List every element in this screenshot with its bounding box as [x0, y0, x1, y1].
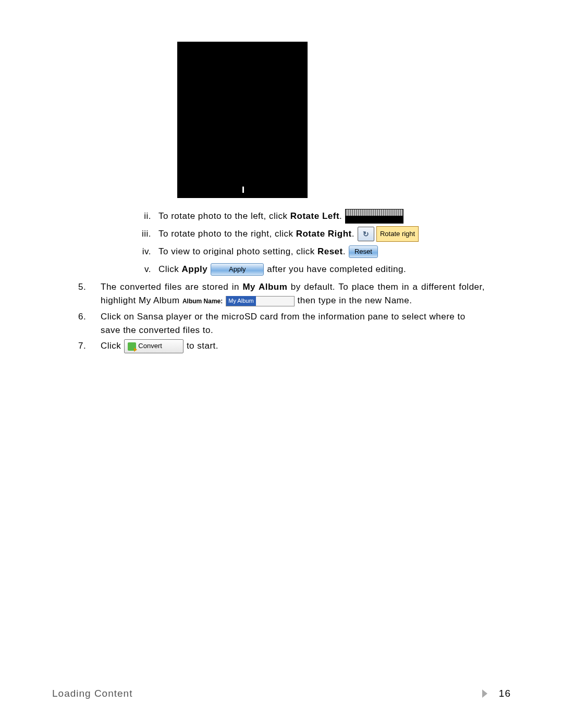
reset-button[interactable]: Reset	[349, 245, 378, 258]
text-post: after you have completed editing.	[267, 261, 406, 278]
marker: v.	[78, 261, 155, 278]
marker: iii.	[78, 225, 155, 243]
convert-label: Convert	[138, 341, 162, 351]
album-name-value[interactable]: My Album	[226, 296, 295, 306]
marker: iv.	[78, 243, 155, 261]
rotate-right-label: Rotate right	[376, 226, 419, 242]
text: The converted files are stored in My Alb…	[101, 280, 485, 308]
album-name-label: Album Name:	[182, 297, 223, 306]
rotate-right-icon: ↻	[358, 227, 374, 241]
photo-preview-placeholder	[177, 42, 308, 198]
text: Click on Sansa player or the microSD car…	[101, 310, 485, 338]
text: To rotate photo to the left, click Rotat…	[158, 207, 342, 225]
page-number: 16	[499, 688, 511, 699]
convert-button[interactable]: Convert	[124, 339, 183, 353]
page-footer: Loading Content 16	[52, 688, 511, 699]
step-6: 6. Click on Sansa player or the microSD …	[78, 310, 485, 338]
step-iv: iv. To view to original photo setting, c…	[78, 243, 485, 261]
footer-page: 16	[482, 688, 511, 699]
album-name-field[interactable]: Album Name: My Album	[182, 296, 295, 306]
step-ii: ii. To rotate photo to the left, click R…	[78, 207, 485, 225]
step-iii: iii. To rotate photo to the right, click…	[78, 225, 485, 243]
page-content: ii. To rotate photo to the left, click R…	[78, 42, 485, 353]
step-7: 7. Click Convert to start.	[78, 339, 485, 353]
convert-icon	[128, 342, 136, 351]
text: To rotate photo to the right, click Rota…	[158, 225, 354, 243]
text-pre: Click Apply	[158, 261, 207, 278]
apply-button[interactable]: Apply	[211, 263, 264, 276]
text-pre: Click	[101, 339, 121, 353]
rotate-left-icon	[345, 209, 403, 224]
marker: ii.	[78, 207, 155, 225]
rotate-right-button[interactable]: ↻ Rotate right	[358, 226, 419, 242]
triangle-icon	[482, 689, 487, 698]
step-5: 5. The converted files are stored in My …	[78, 280, 485, 308]
step-v: v. Click Apply Apply after you have comp…	[78, 261, 485, 278]
marker: 6.	[78, 310, 101, 338]
marker: 7.	[78, 339, 101, 353]
footer-section-title: Loading Content	[52, 688, 132, 699]
text-post: to start.	[187, 339, 218, 353]
text: To view to original photo setting, click…	[158, 243, 346, 261]
marker: 5.	[78, 280, 101, 308]
